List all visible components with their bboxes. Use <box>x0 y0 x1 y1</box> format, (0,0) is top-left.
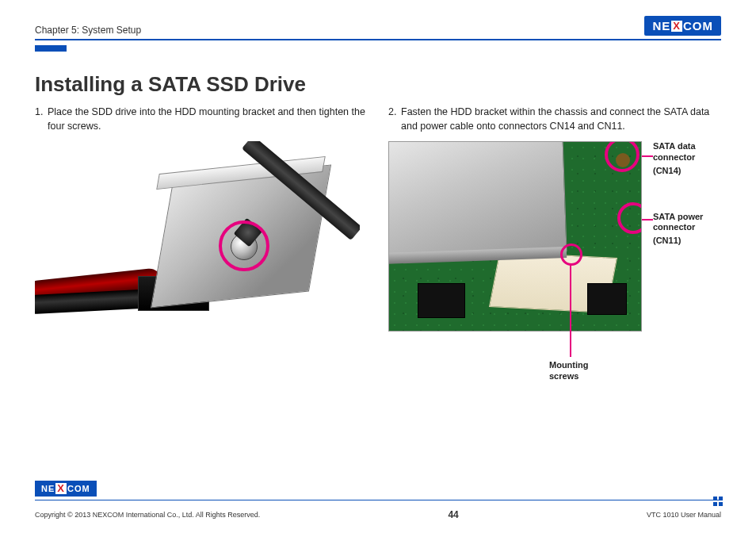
brand-logo: NE X COM <box>644 16 721 36</box>
ssd-drive-plate <box>388 141 567 258</box>
header-accent-bar <box>35 45 67 52</box>
logo-text-pre: NE <box>652 19 670 33</box>
figure-1-image <box>35 141 360 346</box>
figure-2-image <box>388 141 642 332</box>
leader-line-icon <box>570 265 571 357</box>
chip-icon <box>418 283 465 318</box>
leader-line-icon <box>642 219 653 220</box>
page-footer: NE X COM Copyright © 2013 NEXCOM Interna… <box>35 481 721 520</box>
page-title: Installing a SATA SSD Drive <box>35 72 721 97</box>
label-mounting-line2: screws <box>549 371 588 382</box>
page-number: 44 <box>448 509 458 520</box>
footer-rule <box>35 500 721 508</box>
leader-line-icon <box>642 155 653 157</box>
step-2-number: 2. <box>388 105 401 133</box>
footer-row: Copyright © 2013 NEXCOM International Co… <box>35 509 721 520</box>
step-1-text: Place the SDD drive into the HDD mountin… <box>48 105 366 133</box>
step-1: 1. Place the SDD drive into the HDD moun… <box>35 105 366 133</box>
logo-x-icon: X <box>671 21 682 32</box>
label-sata-power-sub: (CN11) <box>653 236 724 247</box>
copyright-text: Copyright © 2013 NEXCOM International Co… <box>35 511 260 519</box>
logo-text-post: COM <box>67 484 90 493</box>
column-left: 1. Place the SDD drive into the HDD moun… <box>35 105 366 346</box>
logo-text-pre: NE <box>41 484 55 493</box>
logo-x-icon: X <box>55 483 67 494</box>
footer-logo: NE X COM <box>35 481 97 497</box>
chapter-label: Chapter 5: System Setup <box>35 25 141 36</box>
label-sata-data: SATA data connector <box>653 141 724 163</box>
side-callouts: SATA data connector (CN14) SATA power co… <box>653 141 724 247</box>
page-header: Chapter 5: System Setup NE X COM <box>35 16 721 40</box>
content-columns: 1. Place the SDD drive into the HDD moun… <box>35 105 721 346</box>
column-right: 2. Fasten the HDD bracket within the cha… <box>388 105 721 346</box>
manual-name: VTC 1010 User Manual <box>647 511 721 519</box>
label-mounting-line1: Mounting <box>549 360 588 371</box>
footer-dots-icon <box>713 497 723 506</box>
logo-text-post: COM <box>683 19 713 33</box>
chip-icon <box>587 283 627 315</box>
label-sata-data-sub: (CN14) <box>653 166 724 177</box>
figure-1 <box>35 141 366 346</box>
figure-2: SATA data connector (CN14) SATA power co… <box>388 141 721 332</box>
step-2-text: Fasten the HDD bracket within the chassi… <box>401 105 721 133</box>
label-sata-power: SATA power connector <box>653 212 724 234</box>
step-1-number: 1. <box>35 105 48 133</box>
step-2: 2. Fasten the HDD bracket within the cha… <box>388 105 721 133</box>
label-mounting-screws: Mounting screws <box>549 360 588 382</box>
highlight-circle-icon <box>219 220 269 271</box>
